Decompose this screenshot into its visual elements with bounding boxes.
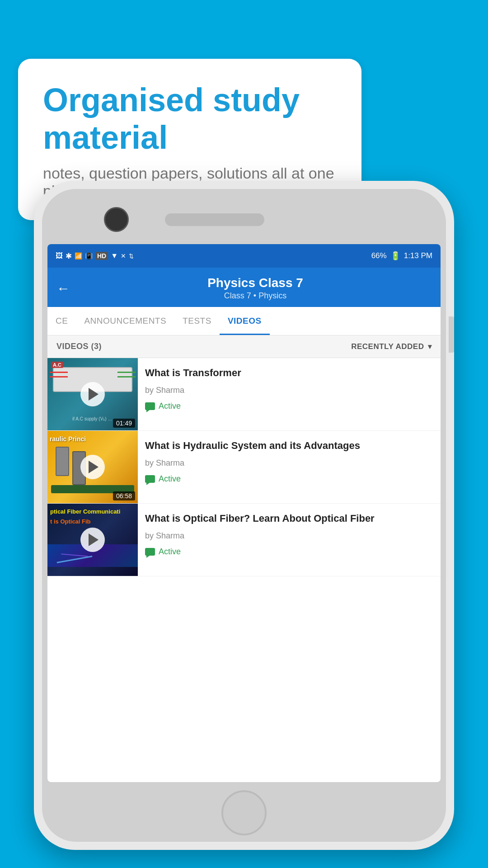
status-label-1: Active (159, 401, 181, 411)
wifi-icon: ▼ (111, 252, 118, 260)
battery-icon: 🔋 (390, 251, 400, 261)
bluetooth-icon: ✱ (66, 251, 72, 261)
network-icon: ✕ (121, 252, 126, 259)
subtitle-separator: • (253, 291, 258, 300)
clock: 1:13 PM (404, 251, 432, 260)
video-status-3: Active (145, 547, 433, 557)
video-item-3[interactable]: ptical Fiber Communicati t is Optical Fi… (47, 504, 441, 576)
video-title-3: What is Optical Fiber? Learn About Optic… (145, 512, 433, 526)
play-button-1[interactable] (80, 382, 105, 406)
tab-tests[interactable]: TESTS (174, 307, 220, 335)
tab-videos[interactable]: VIDEOS (220, 307, 270, 335)
vibrate-icon: 📳 (85, 252, 93, 259)
video-author-3: by Sharma (145, 531, 433, 541)
videos-count: VIDEOS (3) (56, 342, 102, 351)
optical-label: ptical Fiber Communicati (47, 507, 138, 516)
image-icon: 🖼 (56, 252, 63, 260)
tab-announcements[interactable]: ANNOUNCEMENTS (76, 307, 174, 335)
status-label-2: Active (159, 474, 181, 484)
video-info-1: What is Transformer by Sharma Active (138, 358, 441, 430)
video-author-2: by Sharma (145, 458, 433, 468)
app-bar: ← Physics Class 7 Class 7 • Physics (47, 268, 441, 307)
phone-speaker (165, 213, 264, 226)
class-label: Class 7 (224, 291, 251, 300)
tabs-bar: CE ANNOUNCEMENTS TESTS VIDEOS (47, 307, 441, 335)
play-button-2[interactable] (80, 455, 105, 479)
app-bar-main-title: Physics Class 7 (79, 276, 432, 290)
battery-percent: 66% (371, 251, 387, 260)
video-thumb-1: A.C if A.C supply (V₁) is applied to the… (47, 358, 138, 430)
bubble-title: Organised study material (43, 81, 337, 156)
status-label-3: Active (159, 547, 181, 557)
phone-frame: 🖼 ✱ 📶 📳 HD ▼ ✕ ⇅ 66% 🔋 1:13 PM ← (34, 181, 454, 850)
video-status-2: Active (145, 474, 433, 484)
filter-bar: VIDEOS (3) RECENTLY ADDED ▾ (47, 335, 441, 358)
status-left: 🖼 ✱ 📶 📳 HD ▼ ✕ ⇅ (56, 251, 134, 261)
home-button[interactable] (221, 790, 267, 835)
sort-dropdown[interactable]: RECENTLY ADDED ▾ (351, 342, 432, 351)
play-triangle-2 (89, 461, 99, 473)
optical-sublabel: t is Optical Fib (47, 517, 138, 526)
video-item-1[interactable]: A.C if A.C supply (V₁) is applied to the… (47, 358, 441, 431)
hyd-label: raulic Princi (50, 435, 86, 443)
back-button[interactable]: ← (56, 281, 70, 296)
play-triangle-3 (89, 533, 99, 546)
video-duration-1: 01:49 (113, 419, 135, 428)
data-icon: ⇅ (129, 253, 134, 259)
chat-icon-3 (145, 548, 155, 556)
play-triangle-1 (89, 388, 99, 401)
phone-screen: 🖼 ✱ 📶 📳 HD ▼ ✕ ⇅ 66% 🔋 1:13 PM ← (47, 244, 441, 782)
video-list: A.C if A.C supply (V₁) is applied to the… (47, 358, 441, 576)
video-title-2: What is Hydraulic System and its Advanta… (145, 439, 433, 453)
status-right: 66% 🔋 1:13 PM (371, 251, 432, 261)
video-status-1: Active (145, 401, 433, 411)
chat-icon-1 (145, 402, 155, 410)
video-thumb-2: raulic Princi 06:58 (47, 431, 138, 503)
tab-ce[interactable]: CE (47, 307, 76, 335)
background: Organised study material notes, question… (0, 0, 488, 868)
sort-label: RECENTLY ADDED (351, 342, 424, 351)
chat-icon-2 (145, 475, 155, 483)
video-info-3: What is Optical Fiber? Learn About Optic… (138, 504, 441, 576)
play-button-3[interactable] (80, 528, 105, 552)
video-duration-2: 06:58 (113, 491, 135, 500)
status-bar: 🖼 ✱ 📶 📳 HD ▼ ✕ ⇅ 66% 🔋 1:13 PM (47, 244, 441, 268)
app-bar-titles: Physics Class 7 Class 7 • Physics (79, 276, 432, 301)
subject-label: Physics (258, 291, 286, 300)
phone-side-button (449, 316, 454, 353)
video-item-2[interactable]: raulic Princi 06:58 What is Hydraulic Sy… (47, 431, 441, 504)
hd-badge: HD (95, 252, 108, 260)
video-thumb-3: ptical Fiber Communicati t is Optical Fi… (47, 504, 138, 576)
phone-camera (104, 207, 129, 232)
app-bar-subtitle: Class 7 • Physics (79, 291, 432, 301)
video-info-2: What is Hydraulic System and its Advanta… (138, 431, 441, 503)
video-author-1: by Sharma (145, 386, 433, 395)
chevron-down-icon: ▾ (428, 342, 432, 351)
video-title-1: What is Transformer (145, 366, 433, 380)
signal-icon: 📶 (75, 252, 82, 259)
